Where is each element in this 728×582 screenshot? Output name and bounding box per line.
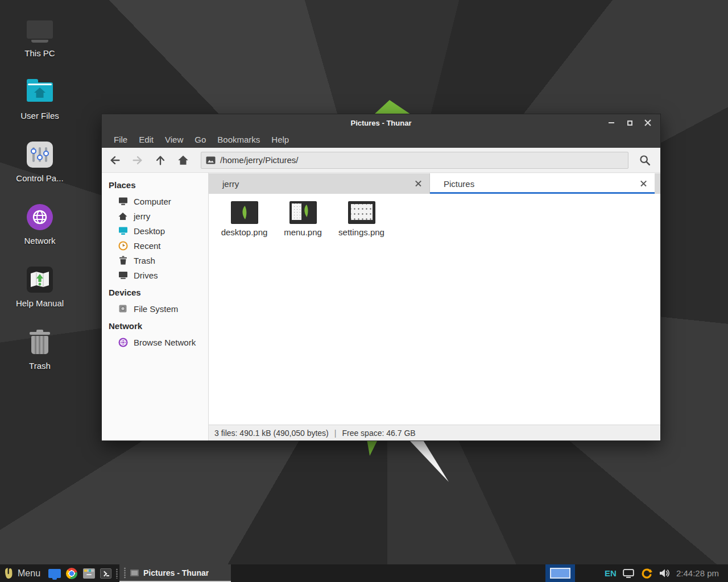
back-icon xyxy=(109,154,121,167)
window-titlebar[interactable]: Pictures - Thunar xyxy=(102,114,660,131)
sidebar-header-network: Network xyxy=(102,316,208,335)
pc-icon xyxy=(26,16,53,43)
sidebar-item-computer[interactable]: Computer xyxy=(102,194,208,209)
menu-bookmarks[interactable]: Bookmarks xyxy=(212,133,265,146)
sidebar-item-trash[interactable]: Trash xyxy=(102,253,208,268)
file-desktop-png[interactable]: desktop.png xyxy=(217,201,272,237)
keyboard-layout-indicator[interactable]: EN xyxy=(605,568,617,578)
status-bar: 3 files: 490.1 kB (490,050 bytes) | Free… xyxy=(209,425,660,440)
desktop-icon-label: User Files xyxy=(20,111,59,120)
taskbar-separator xyxy=(116,568,118,579)
sidebar-item-drives[interactable]: Drives xyxy=(102,268,208,282)
filesystem-icon xyxy=(118,304,128,314)
task-grip-icon xyxy=(124,567,126,579)
home-button[interactable] xyxy=(172,151,194,170)
clock[interactable]: 2:44:28 pm xyxy=(676,568,722,578)
window-controls xyxy=(602,114,657,131)
up-icon xyxy=(154,154,167,167)
forward-icon xyxy=(131,154,144,167)
chrome-launcher[interactable] xyxy=(63,564,80,582)
desktop-icon-label: This PC xyxy=(24,48,55,58)
menu-file[interactable]: File xyxy=(109,133,133,146)
terminal-icon xyxy=(100,568,111,579)
path-bar[interactable]: /home/jerry/Pictures/ xyxy=(201,152,628,169)
file-menu-png[interactable]: menu.png xyxy=(275,201,330,237)
menu-view[interactable]: View xyxy=(160,133,188,146)
workspace-switcher[interactable] xyxy=(545,564,575,582)
sidebar-item-jerry[interactable]: jerry xyxy=(102,209,208,223)
menubar: File Edit View Go Bookmarks Help xyxy=(102,131,660,148)
taskbar: Menu Pictures - Thunar EN xyxy=(0,564,728,582)
toolbar: /home/jerry/Pictures/ xyxy=(102,148,660,173)
desktop-icon-label: Trash xyxy=(29,361,51,371)
desktop-icon-user-files[interactable]: User Files xyxy=(11,78,68,125)
status-files-text: 3 files: 490.1 kB (490,050 bytes) xyxy=(214,429,329,438)
menu-edit[interactable]: Edit xyxy=(134,133,159,146)
file-view: desktop.png menu.png xyxy=(209,194,660,425)
window-body: Places Computer jerry xyxy=(102,173,660,440)
desktop-icon-this-pc[interactable]: This PC xyxy=(11,16,68,63)
search-icon xyxy=(639,154,651,167)
network-globe-icon xyxy=(118,337,128,347)
file-thumbnail xyxy=(290,202,316,223)
sidebar-item-recent[interactable]: Recent xyxy=(102,238,208,253)
menu-help[interactable]: Help xyxy=(266,133,294,146)
main-pane: jerry Pictures xyxy=(209,173,660,440)
control-panel-icon xyxy=(26,141,53,168)
tab-label: jerry xyxy=(222,179,239,189)
trash-icon xyxy=(26,329,53,356)
show-desktop-icon xyxy=(48,569,61,578)
up-button[interactable] xyxy=(150,151,171,170)
drives-icon xyxy=(118,270,128,280)
desktop-icon-help-manual[interactable]: Help Manual xyxy=(11,266,68,313)
menu-button[interactable]: Menu xyxy=(0,564,46,582)
tab-close-icon[interactable] xyxy=(640,181,647,187)
minimize-icon xyxy=(609,122,614,123)
desktop-icon xyxy=(118,226,128,236)
file-thumbnail xyxy=(231,202,258,223)
minimize-button[interactable] xyxy=(602,114,621,131)
maximize-button[interactable] xyxy=(621,114,639,131)
close-button[interactable] xyxy=(639,114,657,131)
sidebar-header-places: Places xyxy=(102,175,208,194)
path-text: /home/jerry/Pictures/ xyxy=(220,155,299,165)
terminal-launcher[interactable] xyxy=(97,564,114,582)
sidebar-item-file-system[interactable]: File System xyxy=(102,301,208,316)
tab-jerry[interactable]: jerry xyxy=(209,173,430,194)
tab-close-icon[interactable] xyxy=(415,181,421,187)
display-tray-icon[interactable] xyxy=(623,569,634,578)
desktop-icon-label: Network xyxy=(24,236,55,246)
back-button[interactable] xyxy=(104,151,126,170)
file-thumbnail xyxy=(349,202,375,223)
chrome-icon xyxy=(66,568,77,579)
tab-pictures[interactable]: Pictures xyxy=(430,173,655,194)
file-settings-png[interactable]: settings.png xyxy=(334,201,389,237)
desktop-icon-trash[interactable]: Trash xyxy=(11,329,68,375)
desktop-icon-control-panel[interactable]: Control Pa... xyxy=(11,141,68,188)
task-window-icon xyxy=(130,569,139,576)
sidebar-item-browse-network[interactable]: Browse Network xyxy=(102,335,208,350)
help-manual-icon xyxy=(26,266,53,293)
status-free-space: Free space: 46.7 GB xyxy=(342,429,415,438)
update-manager-icon[interactable] xyxy=(640,567,653,580)
menu-go[interactable]: Go xyxy=(189,133,211,146)
network-globe-icon xyxy=(26,203,53,231)
recent-clock-icon xyxy=(118,240,128,251)
sidebar-header-devices: Devices xyxy=(102,282,208,301)
trash-icon xyxy=(118,255,128,265)
active-workspace xyxy=(550,568,570,579)
forward-button[interactable] xyxy=(127,151,148,170)
search-button[interactable] xyxy=(634,151,656,170)
taskbar-task-thunar[interactable]: Pictures - Thunar xyxy=(119,564,231,582)
volume-icon[interactable] xyxy=(659,568,670,578)
show-desktop-button[interactable] xyxy=(46,564,63,582)
desktop-icon-label: Control Pa... xyxy=(16,173,63,183)
desktop-icon-network[interactable]: Network xyxy=(11,203,68,250)
maximize-icon xyxy=(627,120,632,126)
file-manager-launcher[interactable] xyxy=(80,564,97,582)
menu-button-label: Menu xyxy=(18,568,40,579)
tab-label: Pictures xyxy=(444,179,474,189)
sidebar-item-desktop[interactable]: Desktop xyxy=(102,223,208,238)
picture-icon xyxy=(206,156,216,164)
window-title: Pictures - Thunar xyxy=(102,119,660,127)
